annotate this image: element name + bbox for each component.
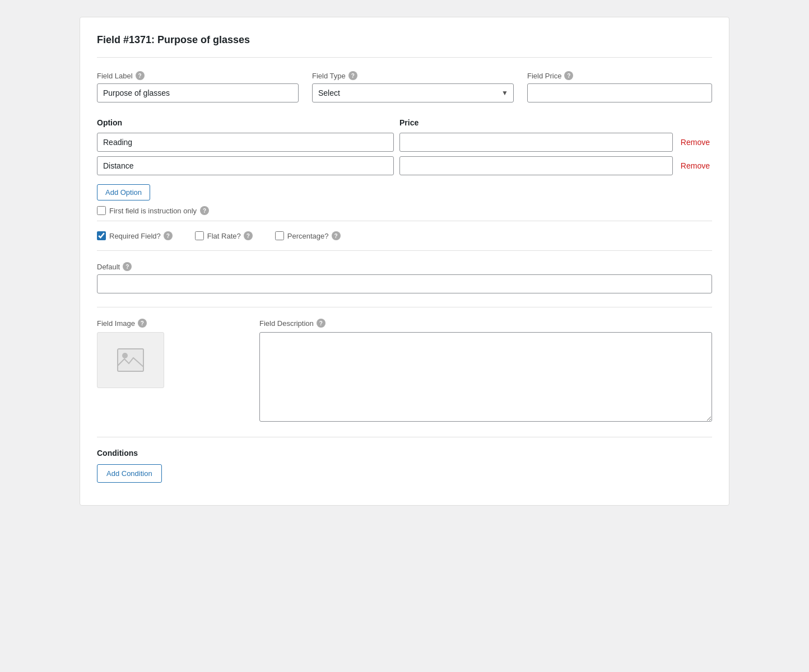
option-row: Remove — [97, 133, 712, 152]
option-input-2[interactable] — [97, 156, 394, 175]
required-help-icon[interactable]: ? — [164, 231, 173, 240]
remove-button-2[interactable]: Remove — [678, 161, 712, 170]
percentage-label: Percentage? ? — [287, 231, 341, 240]
field-label-label: Field Label ? — [97, 71, 299, 80]
field-type-select-wrapper: SelectTextTextareaCheckboxRadioNumber ▼ — [312, 83, 514, 102]
field-type-help-icon[interactable]: ? — [348, 71, 357, 80]
percentage-group: Percentage? ? — [275, 231, 341, 240]
flat-rate-label: Flat Rate? ? — [207, 231, 253, 240]
remove-button-1[interactable]: Remove — [678, 138, 712, 147]
card-title: Field #1371: Purpose of glasses — [97, 34, 712, 58]
svg-rect-0 — [118, 349, 143, 371]
instruction-row: First field is instruction only ? — [97, 206, 712, 215]
field-description-label: Field Description ? — [259, 319, 712, 328]
field-type-group: Field Type ? SelectTextTextareaCheckboxR… — [312, 71, 514, 102]
default-help-icon[interactable]: ? — [123, 262, 132, 271]
field-price-help-icon[interactable]: ? — [564, 71, 573, 80]
required-label: Required Field? ? — [109, 231, 173, 240]
default-input[interactable] — [97, 274, 712, 293]
options-section: Option Price Remove Remove Add Option Fi… — [97, 118, 712, 215]
field-label-help-icon[interactable]: ? — [136, 71, 145, 80]
default-section: Default ? — [97, 262, 712, 293]
field-type-select[interactable]: SelectTextTextareaCheckboxRadioNumber — [312, 83, 514, 102]
field-image-help-icon[interactable]: ? — [138, 319, 147, 328]
field-description-textarea[interactable] — [259, 332, 712, 422]
field-image-group: Field Image ? — [97, 319, 243, 423]
flat-rate-help-icon[interactable]: ? — [244, 231, 253, 240]
instruction-checkbox[interactable] — [97, 206, 106, 215]
add-option-button[interactable]: Add Option — [97, 184, 150, 200]
conditions-section: Conditions Add Condition — [97, 437, 712, 483]
field-price-input[interactable] — [527, 83, 712, 102]
options-header: Option Price — [97, 118, 712, 127]
field-description-help-icon[interactable]: ? — [317, 319, 326, 328]
field-label-group: Field Label ? — [97, 71, 299, 102]
column-price-header: Price — [399, 118, 712, 127]
option-row: Remove — [97, 156, 712, 175]
image-icon — [117, 348, 145, 372]
price-input-1[interactable] — [399, 133, 673, 152]
add-condition-button[interactable]: Add Condition — [97, 464, 162, 483]
field-label-input[interactable] — [97, 83, 299, 102]
checkboxes-row: Required Field? ? Flat Rate? ? Percentag… — [97, 221, 712, 251]
default-label: Default ? — [97, 262, 712, 271]
svg-point-1 — [122, 353, 128, 358]
required-checkbox[interactable] — [97, 231, 106, 240]
instruction-label: First field is instruction only — [109, 207, 197, 215]
field-price-label: Field Price ? — [527, 71, 712, 80]
price-input-2[interactable] — [399, 156, 673, 175]
conditions-label: Conditions — [97, 449, 712, 458]
required-field-group: Required Field? ? — [97, 231, 173, 240]
percentage-help-icon[interactable]: ? — [332, 231, 341, 240]
field-description-group: Field Description ? — [259, 319, 712, 423]
field-price-group: Field Price ? — [527, 71, 712, 102]
column-option-header: Option — [97, 118, 399, 127]
field-image-label: Field Image ? — [97, 319, 243, 328]
percentage-checkbox[interactable] — [275, 231, 284, 240]
instruction-help-icon[interactable]: ? — [200, 206, 209, 215]
top-fields-row: Field Label ? Field Type ? SelectTextTex… — [97, 71, 712, 102]
field-type-label: Field Type ? — [312, 71, 514, 80]
image-desc-row: Field Image ? Field Description ? — [97, 307, 712, 423]
flat-rate-checkbox[interactable] — [195, 231, 204, 240]
option-input-1[interactable] — [97, 133, 394, 152]
field-editor-card: Field #1371: Purpose of glasses Field La… — [80, 17, 729, 506]
flat-rate-group: Flat Rate? ? — [195, 231, 253, 240]
image-placeholder[interactable] — [97, 332, 164, 388]
